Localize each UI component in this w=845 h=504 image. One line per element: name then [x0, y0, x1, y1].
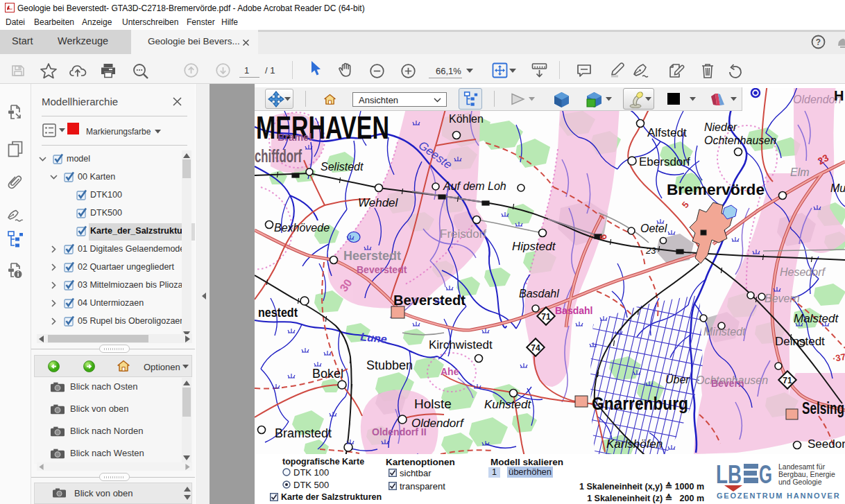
svg-text:LB: LB	[716, 462, 742, 489]
svg-text:74: 74	[531, 343, 540, 353]
svg-text:Bramstedt: Bramstedt	[275, 426, 332, 440]
svg-text:Über: Über	[665, 374, 690, 385]
svg-text:23: 23	[645, 245, 656, 256]
svg-text:?: ?	[816, 37, 821, 47]
svg-text:Ahe: Ahe	[441, 366, 459, 377]
svg-text:nestedt: nestedt	[258, 306, 298, 320]
svg-text:Minstedt: Minstedt	[703, 326, 746, 338]
svg-text:Malstedt: Malstedt	[794, 312, 839, 325]
svg-text:Oldendorf II: Oldendorf II	[372, 426, 427, 437]
svg-text:Gnarrenburg: Gnarrenburg	[592, 393, 688, 414]
svg-text:MERHAVEN: MERHAVEN	[256, 110, 389, 146]
svg-text:GEOZENTRUM HANNOVER: GEOZENTRUM HANNOVER	[717, 492, 840, 500]
svg-text:Kirchwistedt: Kirchwistedt	[429, 338, 493, 351]
svg-text:Basdahl: Basdahl	[555, 305, 592, 316]
svg-text:H: H	[834, 88, 844, 103]
svg-text:Heerstedt: Heerstedt	[343, 249, 401, 263]
svg-text:Bokel: Bokel	[312, 367, 343, 381]
svg-text:71: 71	[783, 376, 792, 385]
svg-text:G: G	[759, 462, 772, 489]
svg-text:Bramel: Bramel	[278, 132, 311, 143]
svg-text:Beverstedt: Beverstedt	[357, 264, 407, 275]
svg-text:Deinstedt: Deinstedt	[775, 335, 825, 348]
svg-text:Bremervörde: Bremervörde	[667, 181, 765, 198]
svg-text:Freisdorf: Freisdorf	[440, 227, 486, 241]
svg-text:Ebersdorf: Ebersdorf	[639, 155, 690, 168]
svg-text:Mu: Mu	[830, 182, 845, 194]
svg-text:Alfstedt: Alfstedt	[647, 126, 687, 139]
svg-text:Elm: Elm	[790, 166, 810, 178]
svg-text:Seedorf: Seedorf	[808, 437, 845, 451]
svg-text:Karlshöfen: Karlshöfen	[606, 437, 663, 451]
svg-text:Köhlen: Köhlen	[449, 113, 484, 125]
svg-text:Nieder: Nieder	[704, 121, 737, 133]
svg-text:·37: ·37	[832, 351, 845, 364]
svg-text:Beverstedt: Beverstedt	[393, 293, 466, 308]
svg-text:Holste: Holste	[414, 397, 452, 411]
svg-text:Bexhövede: Bexhövede	[274, 222, 330, 234]
svg-text:Hipstedt: Hipstedt	[512, 240, 556, 253]
svg-text:chiffdorf: chiffdorf	[255, 146, 302, 166]
svg-text:Stubben: Stubben	[366, 358, 413, 372]
svg-text:Basdahl: Basdahl	[519, 288, 559, 299]
svg-text:Oetel: Oetel	[640, 223, 667, 234]
svg-text:Wehdel: Wehdel	[358, 196, 399, 209]
svg-text:Ochtenhausen: Ochtenhausen	[704, 134, 776, 146]
svg-text:71: 71	[541, 312, 551, 322]
svg-text:Bevern: Bevern	[711, 378, 744, 389]
svg-text:Kuhstedt: Kuhstedt	[484, 398, 531, 411]
svg-text:Selsing: Selsing	[802, 399, 844, 417]
svg-text:Selistedt: Selistedt	[321, 161, 364, 173]
svg-text:Auf dem Loh: Auf dem Loh	[443, 180, 506, 192]
svg-text:Bevern: Bevern	[765, 293, 800, 304]
svg-text:Hesedorf: Hesedorf	[780, 266, 826, 278]
